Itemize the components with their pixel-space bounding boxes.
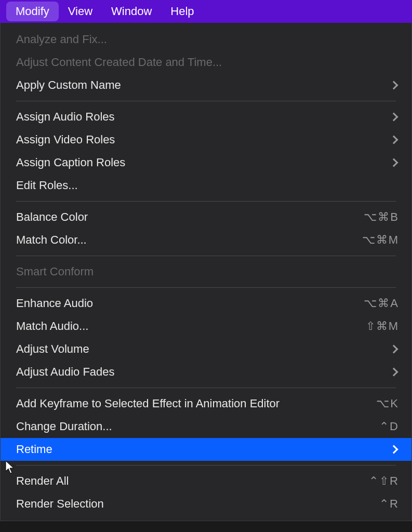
menu-item-edit-roles[interactable]: Edit Roles... <box>1 174 411 197</box>
menu-item-change-duration[interactable]: Change Duration...⌃D <box>1 415 411 438</box>
menu-shortcut: ⌃⇧R <box>369 474 399 488</box>
menu-shortcut: ⌥⌘A <box>364 297 399 310</box>
menu-item-right: ⌥⌘A <box>364 297 399 310</box>
menu-item-right <box>391 446 399 453</box>
menu-separator <box>16 465 396 466</box>
menu-item-assign-caption-roles[interactable]: Assign Caption Roles <box>1 151 411 174</box>
menu-item-retime[interactable]: Retime <box>1 438 411 461</box>
menu-item-label: Adjust Audio Fades <box>16 365 391 379</box>
menu-item-right <box>391 82 399 88</box>
chevron-right-icon <box>390 445 398 454</box>
menu-item-right: ⌃⇧R <box>369 474 399 488</box>
menu-item-label: Assign Caption Roles <box>16 156 391 169</box>
menu-shortcut: ⌃D <box>379 420 399 433</box>
menu-item-label: Adjust Content Created Date and Time... <box>16 56 399 69</box>
menu-item-label: Assign Audio Roles <box>16 110 391 124</box>
menu-item-right <box>391 369 399 375</box>
menu-item-right <box>391 137 399 143</box>
menu-item-label: Render All <box>16 474 369 488</box>
menu-separator <box>16 201 396 202</box>
menu-item-adjust-content-created-date-and-time: Adjust Content Created Date and Time... <box>1 51 411 74</box>
menu-shortcut: ⌥⌘B <box>364 210 399 224</box>
menu-item-label: Match Color... <box>16 233 362 247</box>
menu-shortcut: ⌃R <box>379 497 399 511</box>
menubar: ModifyViewWindowHelp <box>0 0 412 23</box>
menu-item-label: Match Audio... <box>16 320 366 333</box>
menu-item-analyze-and-fix: Analyze and Fix... <box>1 28 411 51</box>
menu-separator <box>16 388 396 388</box>
menu-shortcut: ⇧⌘M <box>366 320 399 333</box>
menu-item-apply-custom-name[interactable]: Apply Custom Name <box>1 74 411 97</box>
menu-item-adjust-volume[interactable]: Adjust Volume <box>1 338 411 361</box>
chevron-right-icon <box>390 136 398 144</box>
menu-item-right <box>391 346 399 352</box>
menu-item-render-selection[interactable]: Render Selection⌃R <box>1 493 411 515</box>
menu-item-label: Render Selection <box>16 497 379 511</box>
menu-shortcut: ⌥⌘M <box>362 233 399 247</box>
menu-item-adjust-audio-fades[interactable]: Adjust Audio Fades <box>1 361 411 383</box>
menubar-item-view[interactable]: View <box>59 2 102 21</box>
menu-separator <box>16 287 396 288</box>
menu-item-assign-video-roles[interactable]: Assign Video Roles <box>1 128 411 151</box>
menu-item-right: ⌃D <box>379 420 399 433</box>
chevron-right-icon <box>390 368 398 377</box>
menu-item-label: Assign Video Roles <box>16 133 391 147</box>
menu-item-match-audio[interactable]: Match Audio...⇧⌘M <box>1 315 411 338</box>
menubar-item-modify[interactable]: Modify <box>6 2 59 21</box>
chevron-right-icon <box>390 345 398 354</box>
menu-item-label: Edit Roles... <box>16 179 399 192</box>
menu-item-label: Adjust Volume <box>16 342 391 356</box>
menu-item-right: ⇧⌘M <box>366 320 399 333</box>
menu-separator <box>16 101 396 101</box>
menu-item-enhance-audio[interactable]: Enhance Audio⌥⌘A <box>1 292 411 315</box>
menu-item-right <box>391 159 399 166</box>
menu-item-right <box>391 114 399 120</box>
menu-item-label: Retime <box>16 443 391 456</box>
menubar-item-help[interactable]: Help <box>161 2 203 21</box>
chevron-right-icon <box>390 158 398 167</box>
menu-item-label: Add Keyframe to Selected Effect in Anima… <box>16 397 376 410</box>
menu-item-label: Smart Conform <box>16 265 399 278</box>
menu-separator <box>16 256 396 256</box>
menu-item-match-color[interactable]: Match Color...⌥⌘M <box>1 229 411 251</box>
menu-item-label: Change Duration... <box>16 420 379 433</box>
menu-item-smart-conform: Smart Conform <box>1 260 411 283</box>
menu-item-right: ⌥K <box>376 397 399 410</box>
menu-item-right: ⌥⌘M <box>362 233 399 247</box>
menu-shortcut: ⌥K <box>376 397 399 410</box>
menu-item-label: Analyze and Fix... <box>16 33 399 46</box>
menu-item-assign-audio-roles[interactable]: Assign Audio Roles <box>1 105 411 128</box>
menubar-item-window[interactable]: Window <box>102 2 161 21</box>
menu-item-label: Apply Custom Name <box>16 78 391 92</box>
menu-item-balance-color[interactable]: Balance Color⌥⌘B <box>1 206 411 229</box>
menu-item-render-all[interactable]: Render All⌃⇧R <box>1 470 411 493</box>
chevron-right-icon <box>390 81 398 90</box>
menu-item-add-keyframe-to-selected-effect-in-animation-editor[interactable]: Add Keyframe to Selected Effect in Anima… <box>1 392 411 415</box>
menu-item-label: Balance Color <box>16 210 364 224</box>
menu-item-right: ⌥⌘B <box>364 210 399 224</box>
menu-item-right: ⌃R <box>379 497 399 511</box>
menu-item-label: Enhance Audio <box>16 297 364 310</box>
chevron-right-icon <box>390 113 398 122</box>
modify-dropdown: Analyze and Fix...Adjust Content Created… <box>0 23 412 521</box>
